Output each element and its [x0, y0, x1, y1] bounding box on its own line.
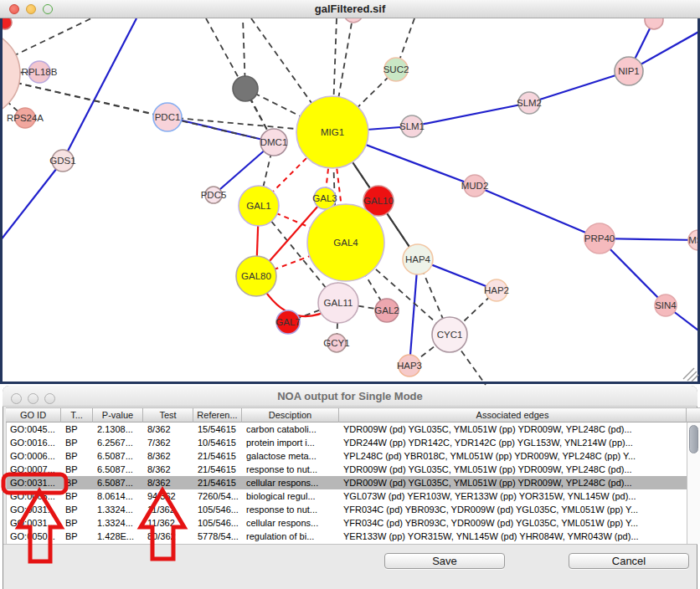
resize-grip-icon[interactable] [683, 368, 694, 379]
cell: BP [62, 503, 94, 516]
column-header-associated-edges[interactable]: Associated edges [339, 408, 687, 423]
cell: YDR244W (pp) YDR142C, YDR142C (pp) YGL15… [340, 436, 687, 449]
node-label-SLM2: SLM2 [517, 98, 542, 108]
cell: 94/362 [144, 489, 194, 503]
column-header-t-[interactable]: T... [61, 408, 93, 423]
table-row[interactable]: GO:0006...BP6.5087...8/36221/54615galact… [7, 449, 687, 463]
cell: GO:0050... [7, 530, 62, 543]
cell: BP [62, 530, 94, 543]
cell: 7260/54... [194, 489, 243, 503]
table-row[interactable]: GO:0031...BP6.5087...8/36221/54615cellul… [7, 476, 687, 489]
network-canvas[interactable]: RPL18BRPS24AGDS1PDC1PDC5DMC1MIG1SUC2SLM1… [0, 18, 700, 386]
table-bottom-divider [3, 544, 697, 545]
table-row[interactable]: GO:0031...BP1.3324...11/362105/546...cel… [7, 516, 687, 530]
cell: YFR034C (pd) YBR093C, YDR009W (pd) YGL03… [340, 516, 687, 530]
node-label-HAP2: HAP2 [484, 285, 509, 295]
table-row[interactable]: GO:0031...BP1.3324...11/362105/546...res… [7, 503, 687, 516]
edge-pp-blue [0, 161, 63, 241]
cell: 2.1308... [94, 423, 144, 436]
table-row[interactable]: GO:0045...BP2.1308...8/36215/54615carbon… [7, 423, 687, 436]
cell: 8/362 [144, 463, 194, 476]
cell: BP [62, 423, 94, 436]
node-label-GAL4: GAL4 [333, 238, 358, 248]
cell: 5778/54... [194, 530, 243, 543]
column-header-go-id[interactable]: GO ID [6, 408, 61, 423]
node-label-GDS1: GDS1 [49, 156, 75, 166]
cell: YDR009W (pd) YGL035C, YML051W (pp) YDR00… [340, 463, 687, 476]
cell: BP [62, 489, 94, 503]
edge-pp-blue [409, 259, 418, 366]
node-label-GAL80: GAL80 [241, 271, 271, 281]
cell: cellular respons... [243, 516, 340, 530]
edge-pp-blue [412, 103, 529, 126]
table-body: GO:0045...BP2.1308...8/36215/54615carbon… [6, 423, 687, 544]
cell: GO:0007... [7, 463, 62, 476]
cell: response to nut... [243, 463, 340, 476]
cell: BP [62, 476, 94, 489]
noa-window-title: NOA output for Single Mode [3, 386, 697, 407]
cell: YFR034C (pd) YBR093C, YDR009W (pd) YGL03… [340, 503, 687, 516]
cell: 11/362 [144, 503, 194, 516]
cell: protein import i... [243, 436, 340, 449]
table-header[interactable]: GO IDT...P-valueTestReferen...Desciption… [6, 407, 700, 423]
node-label-SIN4: SIN4 [655, 300, 677, 310]
edge-pp-blue [475, 186, 600, 238]
column-header-desciption[interactable]: Desciption [242, 408, 339, 423]
node-label-GAL10: GAL10 [363, 196, 394, 206]
node-label-SLM1: SLM1 [399, 121, 425, 131]
edge-pp-blue [529, 71, 629, 103]
cell: 8/362 [144, 423, 194, 436]
cell: BP [62, 463, 94, 476]
node-label-RPS24A: RPS24A [7, 113, 44, 123]
node-label-GAL7: GAL7 [275, 317, 300, 327]
node-label-GAL2: GAL2 [374, 305, 399, 315]
node-label-CYC1: CYC1 [437, 330, 463, 340]
cell: 6.5087... [94, 476, 144, 489]
column-header-referen-[interactable]: Referen... [193, 408, 242, 423]
cell: GO:0031... [7, 503, 62, 516]
node-label-PRP40: PRP40 [584, 233, 615, 243]
header-corner [687, 408, 700, 423]
cell: galactose meta... [243, 449, 340, 463]
cell: 8/362 [144, 449, 194, 463]
table-scrollbar-thumb[interactable] [689, 425, 698, 453]
cell: 7/362 [144, 436, 194, 449]
node-label-RPL18B: RPL18B [22, 67, 58, 77]
cancel-button[interactable]: Cancel [569, 553, 689, 569]
node-label-PDC5: PDC5 [201, 190, 227, 200]
cell: 21/54615 [194, 449, 243, 463]
table-row[interactable]: GO:0065...BP8.0614...94/3627260/54...bio… [7, 489, 687, 503]
cell: 8/362 [144, 476, 194, 489]
canvas-border [2, 18, 699, 383]
cell: 105/546... [194, 503, 243, 516]
cell: 8.0614... [94, 489, 144, 503]
cell: YDR009W (pd) YGL035C, YML051W (pp) YDR00… [340, 423, 687, 436]
cell: 11/362 [144, 516, 194, 530]
column-header-p-value[interactable]: P-value [93, 408, 143, 423]
table-row[interactable]: GO:0050...BP1.428E...80/3625778/54...reg… [7, 530, 687, 543]
cell: response to nut... [243, 503, 340, 516]
screen: galFiltered.sif RPL18BRPS24AGDS1PDC1PDC5… [0, 0, 700, 589]
cell: 6.5087... [94, 449, 144, 463]
node-label-GAL3: GAL3 [312, 193, 337, 203]
cell: 1.3324... [94, 516, 144, 530]
cell: GO:0006... [7, 449, 62, 463]
cell: 6.5087... [94, 463, 144, 476]
cell: 80/362 [144, 530, 194, 543]
cell: GO:0031... [7, 476, 62, 489]
cell: GO:0016... [7, 436, 62, 449]
cell: BP [62, 449, 94, 463]
node-top-partial-pink[interactable] [344, 18, 363, 23]
node-label-GAL1: GAL1 [246, 201, 270, 211]
node-gray-node[interactable] [233, 76, 258, 101]
cell: regulation of bi... [243, 530, 340, 543]
cell: 21/54615 [194, 463, 243, 476]
column-header-test[interactable]: Test [143, 408, 193, 423]
node-top-right-pink[interactable] [645, 18, 663, 29]
save-button[interactable]: Save [384, 553, 505, 569]
cell: YDR009W (pd) YGL035C, YML051W (pp) YDR00… [340, 476, 687, 489]
cell: YGL073W (pd) YER103W, YER133W (pp) YOR31… [340, 489, 687, 503]
table-row[interactable]: GO:0016...BP6.2567...7/36210/54615protei… [7, 436, 687, 449]
cell: BP [62, 436, 94, 449]
table-row[interactable]: GO:0007...BP6.5087...8/36221/54615respon… [7, 463, 687, 476]
